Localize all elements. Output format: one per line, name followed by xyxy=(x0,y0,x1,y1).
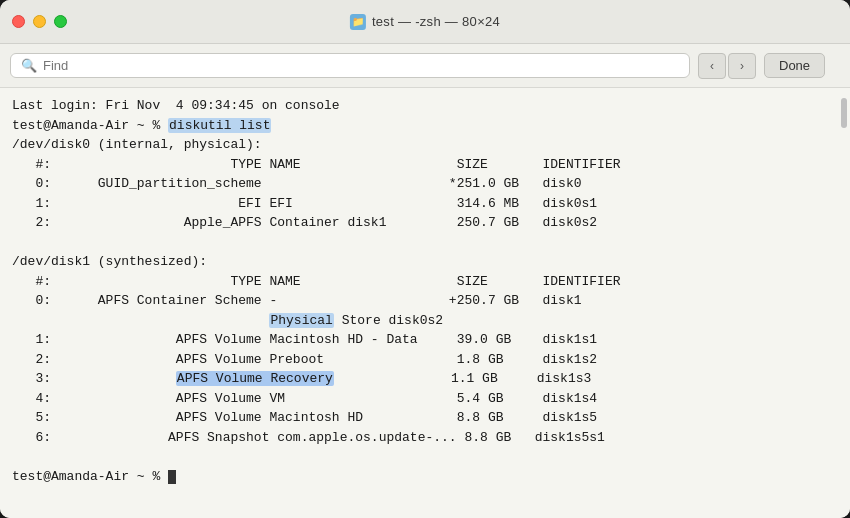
window-icon: 📁 xyxy=(350,14,366,30)
terminal-line-8 xyxy=(12,233,838,253)
traffic-lights xyxy=(12,15,67,28)
nav-buttons: ‹ › xyxy=(698,53,756,79)
recovery-highlight: APFS Volume Recovery xyxy=(176,371,334,386)
find-input[interactable] xyxy=(43,58,679,73)
done-button[interactable]: Done xyxy=(764,53,825,78)
minimize-button[interactable] xyxy=(33,15,46,28)
maximize-button[interactable] xyxy=(54,15,67,28)
scrollbar-thumb[interactable] xyxy=(841,98,847,128)
terminal-line-9: /dev/disk1 (synthesized): xyxy=(12,252,838,272)
command-highlight: diskutil list xyxy=(168,118,271,133)
cursor xyxy=(168,470,176,484)
terminal-line-12: Physical Store disk0s2 xyxy=(12,311,838,331)
terminal-line-17: 5: APFS Volume Macintosh HD 8.8 GB disk1… xyxy=(12,408,838,428)
terminal-window: 📁 test — -zsh — 80×24 🔍 ‹ › Done Last lo… xyxy=(0,0,850,518)
title-bar: 📁 test — -zsh — 80×24 xyxy=(0,0,850,44)
terminal-line-20: test@Amanda-Air ~ % xyxy=(12,467,838,487)
title-bar-center: 📁 test — -zsh — 80×24 xyxy=(350,14,500,30)
search-icon: 🔍 xyxy=(21,58,37,73)
terminal-line-11: 0: APFS Container Scheme - +250.7 GB dis… xyxy=(12,291,838,311)
terminal-line-15: 3: APFS Volume Recovery 1.1 GB disk1s3 xyxy=(12,369,838,389)
terminal-line-6: 1: EFI EFI 314.6 MB disk0s1 xyxy=(12,194,838,214)
close-button[interactable] xyxy=(12,15,25,28)
terminal-line-14: 2: APFS Volume Preboot 1.8 GB disk1s2 xyxy=(12,350,838,370)
terminal-line-7: 2: Apple_APFS Container disk1 250.7 GB d… xyxy=(12,213,838,233)
terminal-line-1: Last login: Fri Nov 4 09:34:45 on consol… xyxy=(12,96,838,116)
terminal-line-5: 0: GUID_partition_scheme *251.0 GB disk0 xyxy=(12,174,838,194)
terminal-line-19 xyxy=(12,447,838,467)
terminal-line-16: 4: APFS Volume VM 5.4 GB disk1s4 xyxy=(12,389,838,409)
find-container[interactable]: 🔍 xyxy=(10,53,690,78)
scrollbar[interactable] xyxy=(840,98,848,508)
terminal-line-13: 1: APFS Volume Macintosh HD - Data 39.0 … xyxy=(12,330,838,350)
nav-next-button[interactable]: › xyxy=(728,53,756,79)
physical-store-highlight: Physical xyxy=(269,313,333,328)
nav-prev-button[interactable]: ‹ xyxy=(698,53,726,79)
terminal-line-3: /dev/disk0 (internal, physical): xyxy=(12,135,838,155)
terminal-line-4: #: TYPE NAME SIZE IDENTIFIER xyxy=(12,155,838,175)
window-title: test — -zsh — 80×24 xyxy=(372,14,500,29)
terminal-content: Last login: Fri Nov 4 09:34:45 on consol… xyxy=(0,88,850,518)
terminal-line-10: #: TYPE NAME SIZE IDENTIFIER xyxy=(12,272,838,292)
toolbar: 🔍 ‹ › Done xyxy=(0,44,850,88)
terminal-line-18: 6: APFS Snapshot com.apple.os.update-...… xyxy=(12,428,838,448)
terminal-line-2: test@Amanda-Air ~ % diskutil list xyxy=(12,116,838,136)
